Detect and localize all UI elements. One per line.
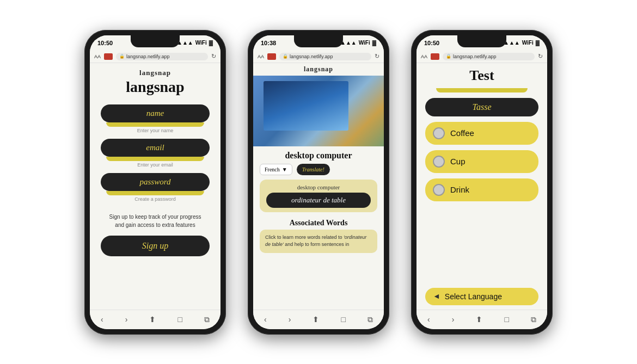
bottom-nav-2: ‹ › ⬆ □ ⧉ (253, 310, 384, 329)
nav-book-1[interactable]: □ (177, 315, 182, 324)
nav-forward-3[interactable]: › (452, 315, 455, 324)
wifi-icon-2: WiFi (359, 40, 370, 46)
battery-icon-1: ▓ (209, 40, 213, 46)
url-bar-2[interactable]: 🔒 langsnap.netlify.app (279, 53, 371, 60)
nav-back-3[interactable]: ‹ (427, 315, 430, 324)
status-icons-2: ▲▲▲ WiFi ▓ (340, 40, 376, 46)
phone-1: 10:50 ▲▲▲ WiFi ▓ AA 🔒 langsnap.netlify.a… (84, 30, 226, 335)
wifi-icon-3: WiFi (522, 40, 534, 46)
email-label[interactable]: email (101, 139, 210, 157)
url-bar-1[interactable]: 🔒 langsnap.netlify.app (116, 53, 208, 60)
option-label-1: Cup (450, 157, 465, 166)
url-text-2: langsnap.netlify.app (290, 54, 333, 59)
browser-bar-2: AA 🔒 langsnap.netlify.app ↻ (253, 51, 384, 63)
name-label[interactable]: name (101, 104, 210, 122)
test-title: Test (425, 67, 538, 84)
bottom-nav-1: ‹ › ⬆ □ ⧉ (90, 310, 220, 329)
radio-1[interactable] (433, 156, 445, 168)
phone-notch-1 (131, 35, 180, 47)
signup-description: Sign up to keep track of your progressan… (109, 213, 201, 229)
nav-share-3[interactable]: ⬆ (476, 315, 482, 324)
nav-forward-1[interactable]: › (125, 315, 128, 324)
battery-icon-2: ▓ (372, 40, 376, 46)
nav-tabs-1[interactable]: ⧉ (204, 315, 210, 324)
phone-2: 10:38 ▲▲▲ WiFi ▓ AA 🔒 langsnap.netlify.a… (248, 30, 389, 335)
select-language-bar[interactable]: ◄ Select Language (425, 288, 538, 305)
record-btn-1 (104, 53, 113, 60)
bottom-nav-3: ‹ › ⬆ □ ⧉ (416, 310, 547, 329)
screen-1: langsnap langsnap name Enter your name e… (90, 63, 220, 310)
status-time-1: 10:50 (97, 40, 113, 46)
radio-2[interactable] (433, 184, 445, 196)
email-field-group: email Enter your email (101, 139, 210, 168)
select-language-arrow-icon: ◄ (433, 292, 440, 301)
quiz-screen: Test Tasse Coffee Cup Drink (416, 63, 547, 310)
url-text-3: langsnap.netlify.app (453, 54, 496, 59)
record-btn-2 (267, 53, 276, 60)
browser-aa-2: AA (258, 54, 264, 59)
nav-tabs-2[interactable]: ⧉ (367, 315, 373, 324)
app-header-2: langsnap (253, 63, 384, 76)
signup-button[interactable]: Sign up (101, 236, 210, 256)
quiz-option-1[interactable]: Cup (425, 150, 538, 173)
screen-3: Test Tasse Coffee Cup Drink (416, 63, 547, 310)
password-field-group: password Create a password (101, 173, 210, 202)
email-placeholder: Enter your email (101, 162, 210, 168)
status-time-3: 10:50 (424, 40, 439, 46)
nav-back-1[interactable]: ‹ (101, 315, 103, 324)
status-icons-1: ▲▲▲ WiFi ▓ (177, 40, 213, 46)
screen-2: langsnap desktop computer French ▼ Trans… (253, 63, 384, 310)
assoc-text: Click to learn more words related to 'or… (265, 235, 366, 248)
original-word: desktop computer (266, 184, 371, 190)
word-image (253, 76, 384, 146)
url-bar-3[interactable]: 🔒 langsnap.netlify.app (443, 53, 535, 60)
reload-icon-1[interactable]: ↻ (211, 53, 216, 60)
nav-book-2[interactable]: □ (341, 315, 345, 324)
quiz-question: Tasse (425, 98, 538, 116)
translate-button[interactable]: Translate! (297, 164, 330, 175)
app-title-partial-1: langsnap (139, 69, 171, 77)
status-time-2: 10:38 (261, 40, 276, 46)
browser-bar-1: AA 🔒 langsnap.netlify.app ↻ (90, 51, 220, 63)
wifi-icon-1: WiFi (195, 40, 207, 46)
url-text-1: langsnap.netlify.app (126, 54, 169, 59)
translate-controls: French ▼ Translate! (253, 164, 384, 180)
select-language-text: Select Language (445, 292, 502, 301)
password-placeholder: Create a password (101, 196, 210, 202)
password-label[interactable]: password (101, 173, 210, 191)
option-label-2: Drink (450, 185, 469, 194)
language-select[interactable]: French ▼ (260, 164, 292, 175)
signup-screen: langsnap langsnap name Enter your name e… (90, 63, 220, 310)
phone-notch-2 (294, 35, 343, 47)
reload-icon-2[interactable]: ↻ (375, 53, 379, 60)
name-shadow (106, 122, 204, 127)
nav-share-1[interactable]: ⬆ (149, 315, 156, 324)
nav-forward-2[interactable]: › (289, 315, 291, 324)
nav-book-3[interactable]: □ (504, 315, 509, 324)
phone-3: 10:50 ▲▲▲ WiFi ▓ AA 🔒 langsnap.netlify.a… (411, 30, 553, 335)
lang-text: French (265, 166, 280, 172)
translation-result-box: desktop computer ordinateur de table (260, 180, 377, 212)
status-icons-3: ▲▲▲ WiFi ▓ (504, 40, 540, 46)
option-label-0: Coffee (450, 128, 474, 138)
record-btn-3 (431, 53, 439, 60)
quiz-option-2[interactable]: Drink (425, 178, 538, 201)
lock-icon-1: 🔒 (119, 54, 125, 59)
radio-0[interactable] (433, 127, 445, 139)
lock-icon-2: 🔒 (283, 54, 288, 59)
name-field-group: name Enter your name (101, 104, 210, 133)
reload-icon-3[interactable]: ↻ (538, 53, 543, 60)
nav-share-2[interactable]: ⬆ (313, 315, 319, 324)
quiz-option-0[interactable]: Coffee (425, 122, 538, 145)
email-shadow (106, 157, 204, 161)
associated-words-title: Associated Words (253, 219, 384, 227)
nav-tabs-3[interactable]: ⧉ (531, 315, 536, 324)
battery-icon-3: ▓ (536, 40, 540, 46)
browser-aa-3: AA (421, 54, 427, 59)
phone-notch-3 (457, 35, 506, 47)
name-placeholder: Enter your name (101, 128, 210, 133)
lock-icon-3: 🔒 (446, 54, 451, 59)
word-display: desktop computer (253, 146, 384, 164)
test-title-shadow (436, 88, 528, 92)
nav-back-2[interactable]: ‹ (264, 315, 267, 324)
